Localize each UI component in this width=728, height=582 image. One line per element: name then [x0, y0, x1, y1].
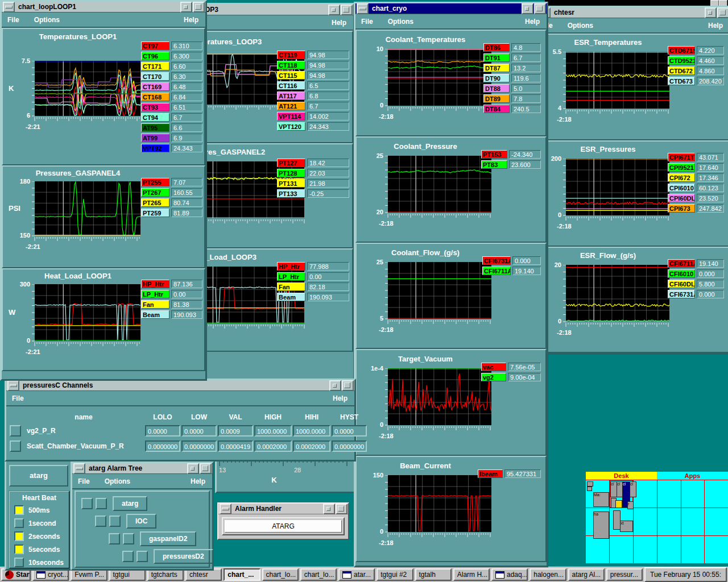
- titlebar[interactable]: chtesr: [537, 7, 728, 18]
- row-checkbox[interactable]: [10, 425, 21, 436]
- maximize-icon[interactable]: [193, 2, 205, 13]
- legend-chip-PT128[interactable]: PT128: [277, 169, 305, 177]
- maximize-icon[interactable]: [342, 380, 354, 391]
- value-field-HYST[interactable]: 0.0000000: [332, 440, 367, 452]
- legend-chip-CFI6010[interactable]: CFI6010: [668, 269, 695, 278]
- pager-mini-window-xt[interactable]: xt: [620, 521, 633, 532]
- minimize-icon[interactable]: [187, 463, 199, 474]
- legend-chip-DT84[interactable]: DT84: [483, 105, 510, 113]
- toggle-indicator[interactable]: [14, 531, 24, 541]
- minimize-icon[interactable]: [328, 5, 340, 15]
- pager-mini-window[interactable]: [587, 481, 593, 487]
- menu-file[interactable]: File: [361, 18, 373, 26]
- legend-chip-Fan[interactable]: Fan: [277, 282, 305, 291]
- legend-chip-CT96[interactable]: CT96: [141, 52, 169, 60]
- menu-options[interactable]: Options: [34, 16, 60, 24]
- heartbeat-option-1second[interactable]: 1second: [14, 518, 69, 528]
- legend-chip-CT119[interactable]: CT119: [277, 51, 305, 59]
- legend-chip-PT265[interactable]: PT265: [141, 198, 169, 207]
- taskbar-button-chart-lo-[interactable]: chart_lo...: [262, 568, 299, 581]
- window-menu-icon[interactable]: [357, 3, 369, 14]
- window-pressures-channels[interactable]: pressuresC Channels File Help nameLOLOLO…: [5, 379, 356, 462]
- pager-desk-header[interactable]: Desk: [586, 472, 657, 480]
- tree-checkbox[interactable]: [122, 551, 134, 562]
- tree-checkbox[interactable]: [123, 533, 134, 544]
- legend-chip-CFI6731A[interactable]: CFI6731A: [482, 256, 511, 265]
- menu-file[interactable]: File: [78, 477, 90, 485]
- legend-chip-CT97[interactable]: CT97: [141, 41, 169, 50]
- legend-chip-CT115[interactable]: CT115: [277, 71, 305, 80]
- maximize-icon[interactable]: [336, 504, 348, 514]
- window-chtesr[interactable]: chtesr File Options Help ESR_Temperature…: [536, 6, 728, 355]
- heartbeat-option-10seconds[interactable]: 10seconds: [14, 558, 69, 567]
- legend-chip-vg2[interactable]: vg2: [481, 373, 506, 381]
- tree-node-gaspanelD2[interactable]: gaspanelD2: [109, 531, 196, 546]
- taskbar-button-chart-lo-[interactable]: chart_lo...: [300, 568, 337, 581]
- taskbar-button-Alarm-H-[interactable]: Alarm H...: [453, 568, 490, 581]
- value-field-LOLO[interactable]: 0.0000000: [145, 440, 180, 452]
- legend-chip-CT94[interactable]: CT94: [141, 113, 169, 122]
- titlebar[interactable]: pressuresC Channels: [6, 380, 354, 391]
- pager-apps-header[interactable]: Apps: [657, 472, 728, 480]
- tree-node-pressuresD2[interactable]: pressuresD2: [122, 549, 213, 564]
- tree-node-label[interactable]: gaspanelD2: [140, 531, 196, 546]
- legend-chip-PT267[interactable]: PT267: [141, 188, 169, 197]
- maximize-icon[interactable]: [200, 463, 212, 474]
- legend-chip-AT117[interactable]: AT117: [277, 92, 305, 100]
- taskbar-button-halogen-[interactable]: halogen...: [530, 568, 566, 581]
- titlebar[interactable]: Alarm Handler: [218, 504, 348, 514]
- legend-chip-CTD671S[interactable]: CTD671S: [668, 46, 695, 55]
- legend-chip-Ibeam[interactable]: Ibeam: [478, 469, 503, 478]
- titlebar[interactable]: chart_cryo: [355, 3, 547, 14]
- minimize-icon[interactable]: [522, 3, 533, 14]
- tree-checkbox[interactable]: [81, 498, 93, 509]
- legend-chip-LP_Htr[interactable]: LP_Htr: [141, 290, 169, 298]
- tree-node-atarg[interactable]: atarg: [81, 496, 147, 511]
- legend-chip-DT87[interactable]: DT87: [483, 64, 510, 72]
- legend-chip-PT255[interactable]: PT255: [141, 178, 169, 186]
- toggle-indicator[interactable]: [14, 518, 24, 528]
- menu-help[interactable]: Help: [525, 18, 540, 26]
- legend-chip-Beam[interactable]: Beam: [141, 310, 169, 319]
- legend-chip-DT89[interactable]: DT89: [483, 94, 510, 103]
- value-field-HYST[interactable]: 0.0000: [332, 425, 367, 436]
- legend-chip-CT118[interactable]: CT118: [277, 61, 305, 69]
- toggle-indicator[interactable]: [14, 544, 24, 554]
- legend-chip-VPT92[interactable]: VPT92: [141, 144, 169, 152]
- taskbar-button-adaq-[interactable]: adaq...: [491, 568, 528, 581]
- window-menu-icon[interactable]: [7, 380, 19, 391]
- legend-chip-DT86[interactable]: DT86: [483, 43, 510, 52]
- menu-help[interactable]: Help: [191, 477, 205, 485]
- legend-chip-PT153[interactable]: PT153: [481, 150, 507, 159]
- legend-chip-PT131[interactable]: PT131: [277, 179, 305, 188]
- value-field-LOW[interactable]: 0.0000: [181, 425, 217, 436]
- menu-options[interactable]: Options: [568, 22, 593, 30]
- pager-mini-window-ha[interactable]: ha: [593, 512, 609, 539]
- legend-chip-HP_Htr[interactable]: HP_Htr: [277, 262, 305, 271]
- legend-chip-AT95[interactable]: AT95: [141, 123, 169, 132]
- value-field-HIHI[interactable]: 1000.0000: [293, 425, 330, 436]
- window-atarg-panel[interactable]: atarg Heart Beat 500ms1second2seconds5se…: [5, 459, 74, 571]
- value-field-LOLO[interactable]: 0.0000: [145, 425, 180, 436]
- menu-file[interactable]: File: [7, 16, 19, 24]
- titlebar[interactable]: chart_loopLOOP1: [2, 2, 205, 13]
- value-field-VAL[interactable]: 0.0000419: [218, 440, 253, 452]
- legend-chip-PT259[interactable]: PT259: [141, 209, 169, 217]
- legend-chip-HP_Htr[interactable]: HP_Htr: [141, 280, 169, 288]
- legend-chip-CT169[interactable]: CT169: [141, 82, 169, 91]
- menu-options[interactable]: Options: [105, 477, 130, 485]
- minimize-icon[interactable]: [180, 2, 192, 13]
- heartbeat-option-500ms[interactable]: 500ms: [14, 505, 69, 515]
- legend-chip-VPT120[interactable]: VPT120: [277, 122, 305, 131]
- legend-chip-CFI6731A[interactable]: CFI6731A: [668, 290, 695, 298]
- maximize-icon[interactable]: [534, 3, 546, 14]
- window-chart-loop1[interactable]: chart_loopLOOP1 File Options Help Temper…: [0, 0, 207, 381]
- tree-checkbox[interactable]: [96, 498, 107, 509]
- menu-help[interactable]: Help: [332, 19, 346, 27]
- taskbar-button-pressur-[interactable]: pressur...: [606, 568, 643, 581]
- tree-node-IOC[interactable]: IOC: [95, 514, 156, 529]
- legend-chip-DT90[interactable]: DT90: [483, 74, 510, 82]
- legend-chip-CFI6711A[interactable]: CFI6711A: [482, 267, 511, 275]
- taskbar-button-tgtgui-2[interactable]: tgtgui #2: [377, 568, 413, 581]
- toggle-indicator[interactable]: [14, 558, 24, 567]
